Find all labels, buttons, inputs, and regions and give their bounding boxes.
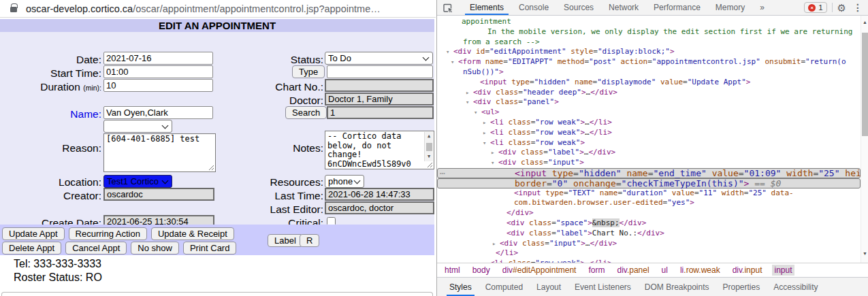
- devtools-tab[interactable]: Console: [511, 0, 556, 15]
- collapse-arrow-icon[interactable]: ▾: [491, 158, 494, 168]
- name-suffix-select[interactable]: [103, 120, 172, 133]
- breadcrumb-item[interactable]: body: [470, 265, 492, 276]
- dom-tree-node[interactable]: ⋯<input type="hidden" name="end_time" va…: [437, 168, 861, 178]
- dom-tree-node[interactable]: ▾<div class="input">: [437, 158, 861, 168]
- dom-tree-node[interactable]: <div class="space">&nbsp;</div>: [437, 218, 861, 229]
- browser-url-bar[interactable]: oscar-develop.cortico.ca/oscar/appointme…: [0, 0, 436, 18]
- dom-tree-node[interactable]: <input type="TEXT" name="duration" value…: [437, 188, 861, 199]
- devtools-tab[interactable]: Memory: [708, 0, 752, 15]
- notes-label: Notes:: [191, 142, 323, 154]
- dom-tree-node[interactable]: In the mobile version, we only display t…: [437, 27, 861, 37]
- breadcrumb-item[interactable]: ul: [660, 265, 670, 276]
- start-time-input[interactable]: [103, 65, 213, 78]
- expand-arrow-icon[interactable]: ▸: [483, 128, 486, 138]
- scrollbar-thumb[interactable]: [426, 143, 432, 151]
- location-select[interactable]: Test1 Cortico: [103, 175, 172, 188]
- expand-arrow-icon[interactable]: ▸: [492, 239, 496, 249]
- node-actions-icon[interactable]: ⋯: [440, 169, 445, 179]
- devtools-panel-tab[interactable]: Accessibility: [767, 278, 824, 296]
- dom-tree-node[interactable]: appointment: [437, 17, 861, 27]
- dom-tree-node[interactable]: ▸<li class="row weak">…</li>: [437, 118, 861, 128]
- action-button[interactable]: Delete Appt: [2, 242, 61, 254]
- action-button[interactable]: No show: [131, 242, 179, 254]
- dom-tree-node[interactable]: ▾<div class="panel">: [437, 97, 861, 108]
- devtools-panel-tab[interactable]: Layout: [530, 278, 568, 296]
- expand-arrow-icon[interactable]: ▸: [491, 148, 494, 158]
- settings-gear-icon[interactable]: ⚙: [837, 3, 846, 13]
- dom-tree-node[interactable]: </li>: [437, 248, 861, 259]
- action-button[interactable]: Print Card: [183, 242, 237, 254]
- dom-tree-node[interactable]: ▾<li class="row weak">: [437, 138, 861, 148]
- breadcrumb-item[interactable]: form: [586, 265, 607, 276]
- dom-tree-node[interactable]: border="0" onchange="checkTimeTypeIn(thi…: [437, 178, 861, 188]
- devtools-tab[interactable]: Performance: [646, 0, 708, 15]
- breadcrumb-item[interactable]: input: [772, 265, 794, 276]
- scroll-down-icon[interactable]: ▼: [428, 152, 430, 162]
- dom-tree-node[interactable]: ▸<div class="input">…</div>: [437, 239, 861, 249]
- type-input[interactable]: [327, 65, 433, 78]
- status-select[interactable]: To Do: [325, 52, 433, 65]
- breadcrumb-item[interactable]: html: [443, 265, 462, 276]
- scroll-up-icon[interactable]: ▲: [861, 20, 868, 24]
- devtools-panel-tab[interactable]: DOM Breakpoints: [638, 278, 716, 296]
- search-button[interactable]: Search: [285, 106, 327, 119]
- name-input[interactable]: [103, 106, 213, 119]
- notes-textarea[interactable]: -- Cortico data below, do not change! 6n…: [325, 131, 434, 169]
- expand-arrow-icon[interactable]: ▸: [466, 88, 469, 98]
- devtools-scrollbar[interactable]: ▲ ▼: [861, 16, 868, 263]
- resize-grip-icon[interactable]: [427, 162, 433, 168]
- breadcrumb-item[interactable]: div.input: [730, 265, 765, 276]
- devtools-panel-tab[interactable]: Properties: [716, 278, 767, 296]
- dom-tree-node[interactable]: </div>: [437, 208, 861, 218]
- devtools-tab[interactable]: Sources: [556, 0, 601, 15]
- action-button[interactable]: Cancel Appt: [65, 242, 127, 254]
- dom-tree-node[interactable]: ▸<div class="label">…</div>: [437, 148, 861, 158]
- resources-select[interactable]: phone: [325, 175, 364, 188]
- scrollbar-thumb[interactable]: [862, 33, 868, 136]
- collapse-arrow-icon[interactable]: ▾: [451, 57, 454, 67]
- devtools-panel: ElementsConsoleSourcesNetworkPerformance…: [436, 0, 868, 296]
- devtools-panel-tab[interactable]: Computed: [479, 278, 530, 296]
- devtools-tab[interactable]: »: [752, 0, 772, 15]
- action-button[interactable]: Update Appt: [2, 227, 65, 240]
- dom-tree-node[interactable]: <input type="hidden" name="displaymode" …: [437, 78, 861, 88]
- expand-arrow-icon[interactable]: ▸: [483, 118, 486, 128]
- devtools-dom-tree[interactable]: appointmentIn the mobile version, we onl…: [437, 16, 861, 263]
- scroll-down-icon[interactable]: ▼: [861, 251, 868, 256]
- chevron-down-icon: [423, 54, 430, 61]
- dom-tree-node[interactable]: ▾<ul>: [437, 108, 861, 118]
- collapse-arrow-icon[interactable]: ▾: [474, 108, 477, 118]
- collapse-arrow-icon[interactable]: ▾: [446, 47, 449, 57]
- devtools-breadcrumbs: htmlbodydiv#editAppointmentformdiv.panel…: [437, 263, 868, 277]
- devtools-tab[interactable]: Elements: [462, 0, 511, 15]
- devtools-panel-tab[interactable]: Event Listeners: [568, 278, 638, 296]
- action-button[interactable]: Update & Receipt: [151, 227, 234, 240]
- resize-grip-icon[interactable]: [208, 165, 214, 171]
- dom-tree-node[interactable]: ▸<div class="header deep">…</div>: [437, 88, 861, 98]
- dom-tree-node[interactable]: from a search -->: [437, 37, 861, 48]
- scroll-up-icon[interactable]: ▲: [428, 132, 430, 142]
- error-count-badge[interactable]: × 1: [804, 2, 826, 13]
- collapse-arrow-icon[interactable]: ▾: [483, 138, 486, 148]
- action-button[interactable]: Recurring Action: [69, 227, 147, 240]
- breadcrumb-item[interactable]: div#editAppointment: [500, 265, 579, 276]
- notes-scrollbar[interactable]: ▲▼: [424, 132, 433, 161]
- name-label-link[interactable]: Name:: [0, 108, 101, 120]
- breadcrumb-item[interactable]: li.row.weak: [678, 265, 722, 276]
- dom-tree-node[interactable]: ▸<li class="row weak">…</li>: [437, 128, 861, 138]
- dom-tree-node[interactable]: ▾<div id="editAppointment" style="displa…: [437, 47, 861, 57]
- r-button[interactable]: R: [300, 234, 319, 247]
- dom-tree-node[interactable]: nSub())">: [437, 67, 861, 78]
- dom-tree-node[interactable]: ▾<form name="EDITAPPT" method="post" act…: [437, 57, 861, 67]
- dom-tree-node[interactable]: <div class="label">Chart No.:</div>: [437, 229, 861, 239]
- dom-tree-node[interactable]: com.bitwarden.browser.user-edited="yes">: [437, 198, 861, 208]
- kebab-menu-icon[interactable]: ⋮: [853, 3, 863, 12]
- devtools-tab[interactable]: Network: [601, 0, 646, 15]
- breadcrumb-item[interactable]: div.panel: [615, 265, 651, 276]
- label-button[interactable]: Label: [268, 234, 303, 247]
- devtools-panel-tab[interactable]: Styles: [443, 278, 479, 296]
- collapse-arrow-icon[interactable]: ▾: [466, 97, 469, 108]
- last-editor-field: oscardoc, doctor: [325, 201, 434, 214]
- type-button[interactable]: Type: [292, 65, 325, 78]
- inspect-element-icon[interactable]: [443, 2, 454, 13]
